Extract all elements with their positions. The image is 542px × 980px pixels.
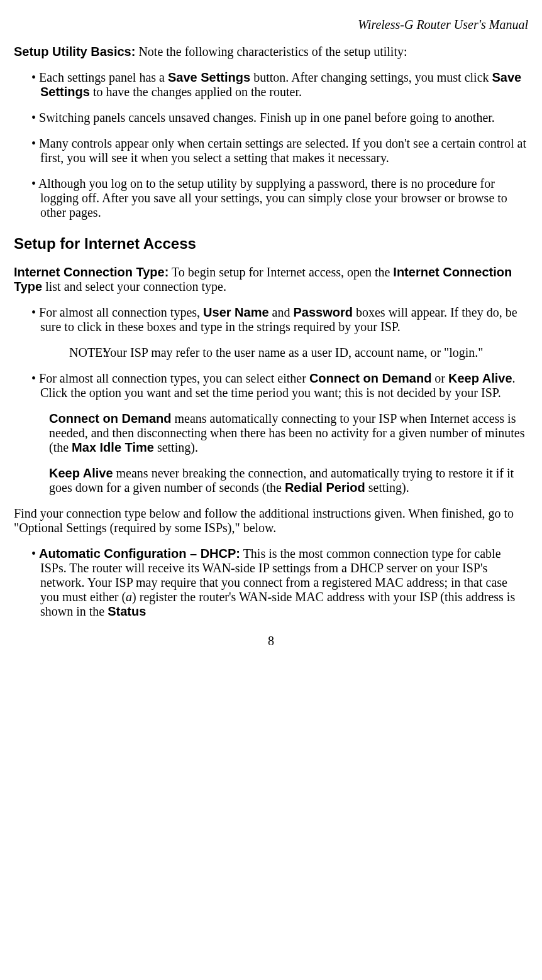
list-item: Switching panels cancels unsaved changes…	[31, 111, 528, 125]
status-bold: Status	[108, 604, 146, 618]
text: or	[431, 371, 448, 385]
page-number: 8	[14, 634, 528, 648]
note-body: Your ISP may refer to the user name as a…	[111, 346, 528, 360]
setup-basics-intro: Setup Utility Basics: Note the following…	[14, 45, 528, 59]
list-item: Each settings panel has a Save Settings …	[31, 70, 528, 99]
save-settings-bold: Save Settings	[168, 70, 250, 84]
list-item: For almost all connection types, User Na…	[31, 305, 528, 360]
list-item: For almost all connection types, you can…	[31, 371, 528, 495]
text: setting).	[154, 440, 198, 454]
dhcp-lead: Automatic Configuration – DHCP:	[39, 547, 240, 560]
list-item: Although you log on to the setup utility…	[31, 177, 528, 220]
keep-alive-para: Keep Alive means never breaking the conn…	[40, 466, 528, 495]
text: For almost all connection types, you can…	[39, 371, 309, 385]
keep-alive-bold: Keep Alive	[448, 371, 512, 385]
setup-basics-bullets: Each settings panel has a Save Settings …	[14, 70, 528, 220]
text: setting).	[365, 481, 409, 494]
note-block: NOTE: Your ISP may refer to the user nam…	[78, 346, 528, 360]
list-item: Many controls appear only when certain s…	[31, 136, 528, 165]
connect-on-demand-bold: Connect on Demand	[49, 411, 171, 425]
keep-alive-bold: Keep Alive	[49, 466, 113, 480]
connect-on-demand-para: Connect on Demand means automatically co…	[40, 411, 528, 455]
section-heading-internet-access: Setup for Internet Access	[14, 235, 528, 253]
text: button. After changing settings, you mus…	[250, 70, 492, 84]
text: list and select your connection type.	[42, 280, 226, 293]
user-name-bold: User Name	[203, 305, 269, 319]
max-idle-time-bold: Max Idle Time	[72, 440, 154, 454]
text: For almost all connection types,	[39, 305, 203, 319]
text: Although you log on to the setup utility…	[38, 177, 507, 219]
ict-lead: Internet Connection Type:	[14, 265, 169, 279]
ict-bullets-1: For almost all connection types, User Na…	[14, 305, 528, 495]
password-bold: Password	[294, 305, 353, 319]
list-item: Automatic Configuration – DHCP: This is …	[31, 547, 528, 619]
setup-basics-lead: Setup Utility Basics:	[14, 45, 135, 58]
text: and	[269, 305, 294, 319]
ict-bullets-2: Automatic Configuration – DHCP: This is …	[14, 547, 528, 619]
setup-basics-intro-rest: Note the following characteristics of th…	[135, 45, 407, 58]
find-connection-type-para: Find your connection type below and foll…	[14, 506, 528, 535]
text: means never breaking the connection, and…	[49, 466, 514, 494]
redial-period-bold: Redial Period	[285, 481, 365, 494]
document-header-title: Wireless-G Router User's Manual	[14, 18, 528, 32]
italic-a: a	[126, 590, 132, 604]
text: to have the changes applied on the route…	[90, 85, 302, 99]
connect-on-demand-bold: Connect on Demand	[309, 371, 431, 385]
text: Many controls appear only when certain s…	[39, 136, 526, 165]
text: Each settings panel has a	[39, 70, 168, 84]
text: Switching panels cancels unsaved changes…	[39, 111, 495, 124]
text: To begin setup for Internet access, open…	[169, 265, 393, 279]
internet-connection-type-intro: Internet Connection Type: To begin setup…	[14, 265, 528, 294]
